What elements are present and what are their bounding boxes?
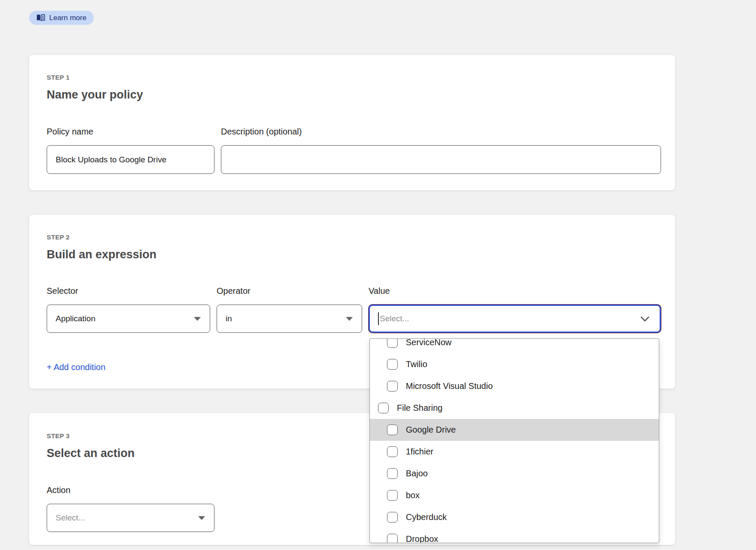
checkbox-icon[interactable] (378, 403, 389, 413)
action-select[interactable]: Select... (47, 504, 214, 532)
dropdown-option[interactable]: Bajoo (370, 463, 659, 484)
checkbox-icon[interactable] (387, 490, 398, 501)
step1-label: STEP 1 (47, 74, 70, 81)
value-placeholder: Select... (380, 314, 409, 323)
book-icon (36, 14, 45, 21)
value-dropdown-panel: ServiceNowTwilioMicrosoft Visual StudioF… (369, 338, 659, 543)
step1-card: STEP 1 Name your policy Policy name Desc… (29, 54, 676, 191)
value-label: Value (369, 286, 390, 296)
dropdown-option[interactable]: Twilio (370, 353, 659, 375)
action-label: Action (47, 485, 71, 495)
action-placeholder: Select... (56, 513, 85, 523)
chevron-down-icon[interactable] (640, 313, 649, 322)
selector-label: Selector (47, 286, 78, 296)
operator-select[interactable]: in (217, 305, 362, 333)
checkbox-icon[interactable] (387, 512, 398, 523)
dropdown-option[interactable]: Microsoft Visual Studio (370, 375, 659, 397)
dropdown-option-label: box (406, 490, 420, 500)
selector-value: Application (56, 314, 95, 323)
checkbox-icon[interactable] (387, 446, 398, 457)
step1-title: Name your policy (47, 88, 143, 102)
dropdown-option[interactable]: Cyberduck (370, 506, 659, 528)
dropdown-option-label: Google Drive (406, 425, 456, 435)
dropdown-arrow-icon (194, 317, 201, 321)
dropdown-option-label: ServiceNow (406, 338, 452, 347)
dropdown-option[interactable]: File Sharing (370, 397, 659, 419)
checkbox-icon[interactable] (387, 468, 398, 479)
checkbox-icon[interactable] (387, 381, 398, 392)
dropdown-option[interactable]: Google Drive (370, 419, 659, 441)
policy-name-input[interactable] (47, 145, 214, 174)
policy-builder-page: { "learn_more": { "label": "Learn more" … (0, 0, 756, 550)
dropdown-option[interactable]: Dropbox (370, 528, 659, 543)
description-input[interactable] (221, 145, 661, 174)
dropdown-option[interactable]: 1fichier (370, 441, 659, 463)
operator-label: Operator (217, 286, 250, 296)
dropdown-option[interactable]: box (370, 484, 659, 506)
policy-name-label: Policy name (47, 127, 93, 137)
text-caret (378, 312, 379, 325)
dropdown-option-label: Bajoo (406, 469, 428, 478)
step3-label: STEP 3 (47, 432, 70, 439)
dropdown-arrow-icon (346, 317, 353, 321)
dropdown-option-label: Twilio (406, 359, 427, 369)
checkbox-icon[interactable] (387, 424, 398, 435)
learn-more-label: Learn more (49, 14, 86, 22)
checkbox-icon[interactable] (387, 534, 398, 543)
selector-select[interactable]: Application (47, 305, 210, 333)
dropdown-option-label: 1fichier (406, 447, 433, 457)
learn-more-button[interactable]: Learn more (29, 11, 94, 25)
dropdown-option-label: Cyberduck (406, 512, 447, 522)
dropdown-option-label: File Sharing (397, 403, 443, 413)
step2-title: Build an expression (47, 248, 157, 261)
description-label: Description (optional) (221, 127, 302, 137)
checkbox-icon[interactable] (387, 359, 398, 370)
value-dropdown-list: ServiceNowTwilioMicrosoft Visual StudioF… (370, 338, 659, 543)
operator-value: in (226, 314, 232, 323)
dropdown-option-label: Dropbox (406, 534, 438, 543)
dropdown-option-label: Microsoft Visual Studio (406, 381, 493, 391)
step2-label: STEP 2 (47, 233, 70, 241)
dropdown-arrow-icon (198, 516, 205, 520)
dropdown-option[interactable]: ServiceNow (370, 338, 659, 353)
value-combobox[interactable]: Select... (369, 305, 661, 333)
add-condition-link[interactable]: + Add condition (47, 362, 105, 372)
step3-title: Select an action (47, 447, 135, 460)
checkbox-icon[interactable] (387, 338, 398, 348)
